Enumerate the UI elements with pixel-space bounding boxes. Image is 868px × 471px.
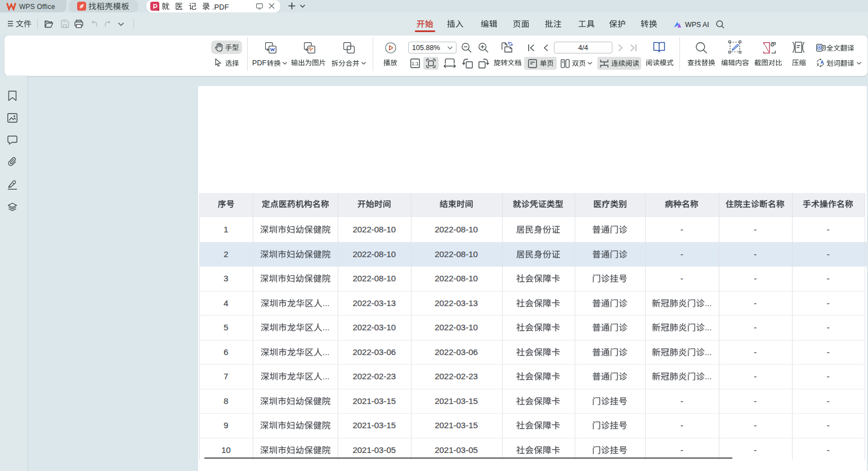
svg-text:1:1: 1:1 (411, 60, 419, 66)
